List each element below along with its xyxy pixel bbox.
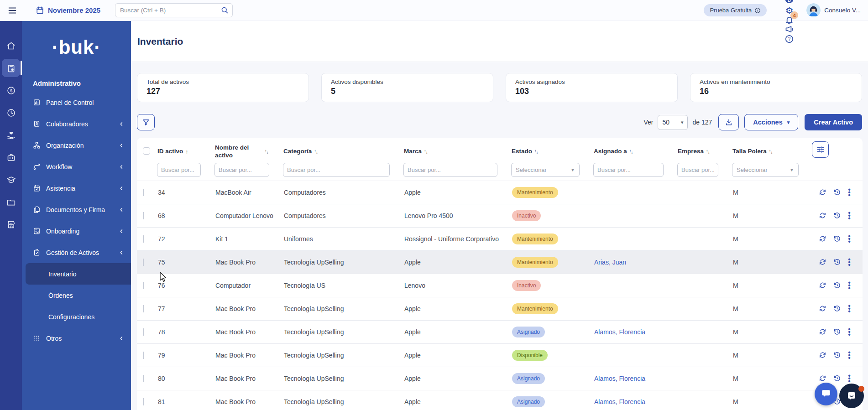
sidebar-item-workflow[interactable]: Workflow <box>22 156 131 177</box>
rail-item-briefcase[interactable] <box>2 148 20 166</box>
sync-icon[interactable] <box>819 235 826 243</box>
history-icon[interactable] <box>833 281 841 289</box>
rail-item-folder[interactable] <box>2 193 20 211</box>
trial-badge[interactable]: Prueba Gratuita <box>704 4 767 16</box>
column-header-marca[interactable]: Marca↑↓ <box>402 148 509 156</box>
sidebar-subitem-inventario[interactable]: Inventario <box>26 263 131 285</box>
rail-item-graduation[interactable] <box>2 171 20 189</box>
table-row-77[interactable]: 77Mac Book ProTecnología UpSellingAppleM… <box>137 297 863 320</box>
sort-icon[interactable]: ↑↓ <box>769 149 773 154</box>
kebab-menu-icon[interactable]: ••• <box>848 212 851 219</box>
history-icon[interactable] <box>833 374 841 382</box>
sort-icon[interactable]: ↑↓ <box>706 149 710 154</box>
column-settings-button[interactable] <box>812 141 829 158</box>
rail-item-home[interactable] <box>2 36 20 55</box>
download-button[interactable] <box>718 114 739 130</box>
filter-input-id-activo[interactable] <box>157 163 201 177</box>
sort-icon[interactable]: ↑↓ <box>314 149 318 154</box>
column-header-talla-polera[interactable]: Talla Polera↑↓ <box>730 148 810 156</box>
help-icon[interactable]: ? <box>784 34 794 44</box>
row-checkbox[interactable] <box>143 375 144 382</box>
assigned-link[interactable]: Alamos, Florencia <box>594 375 645 382</box>
sidebar-item-colaboradores[interactable]: Colaboradores <box>22 113 131 135</box>
filter-input-categoria[interactable] <box>283 163 390 177</box>
kebab-menu-icon[interactable]: ••• <box>848 374 851 382</box>
avatar[interactable] <box>806 3 821 17</box>
rail-item-clock[interactable] <box>2 104 20 122</box>
rail-item-asset-clipboard[interactable] <box>2 59 20 77</box>
row-checkbox[interactable] <box>143 212 144 219</box>
kebab-menu-icon[interactable]: ••• <box>848 305 851 312</box>
sync-icon[interactable] <box>819 351 826 359</box>
history-icon[interactable] <box>833 188 841 196</box>
megaphone-icon[interactable] <box>784 25 794 34</box>
row-checkbox[interactable] <box>143 305 144 312</box>
column-header-asignado-a[interactable]: Asignado a↑↓ <box>591 148 675 156</box>
table-row-80[interactable]: 80Mac Book ProTecnología UpSellingAppleA… <box>137 367 863 390</box>
sidebar-item-asistencia[interactable]: Asistencia <box>22 177 131 199</box>
filter-select-estado[interactable]: Seleccionar▼ <box>511 163 580 177</box>
row-checkbox[interactable] <box>143 282 144 289</box>
table-row-34[interactable]: 34MacBook AirComputadoresAppleMantenimie… <box>137 181 863 204</box>
create-asset-button[interactable]: Crear Activo <box>805 114 862 130</box>
filter-input-empresa[interactable] <box>677 163 718 177</box>
select-all-checkbox[interactable] <box>143 147 150 155</box>
sidebar-item-documentos-y-firma[interactable]: Documentos y Firma <box>22 199 131 220</box>
sidebar-subitem-ordenes[interactable]: Órdenes <box>22 285 131 306</box>
assigned-link[interactable]: Alamos, Florencia <box>594 328 645 336</box>
sidebar-item-otros[interactable]: Otros <box>22 327 131 349</box>
column-header-categoria[interactable]: Categoría↑↓ <box>281 148 402 156</box>
table-row-79[interactable]: 79Mac Book ProTecnología UpSellingAppleD… <box>137 343 863 367</box>
chat-widget-button[interactable] <box>815 383 837 405</box>
assigned-link[interactable]: Alamos, Florencia <box>594 398 645 405</box>
filter-input-asignado-a[interactable] <box>593 163 664 177</box>
sidebar-item-gestion-de-activos[interactable]: Gestión de Activos <box>22 242 131 263</box>
filter-input-marca[interactable] <box>403 163 497 177</box>
row-checkbox[interactable] <box>143 398 144 405</box>
user-name[interactable]: Consuelo V... <box>824 7 861 14</box>
sort-icon[interactable]: ↑↓ <box>534 149 539 154</box>
column-header-estado[interactable]: Estado↑↓ <box>509 148 591 156</box>
assigned-link[interactable]: Arias, Juan <box>594 259 626 266</box>
table-row-81[interactable]: 81Mac Book ProTecnología UpSellingAppleA… <box>137 390 863 410</box>
history-icon[interactable] <box>833 212 841 219</box>
sync-icon[interactable] <box>819 212 826 219</box>
history-icon[interactable] <box>833 351 841 359</box>
search-input[interactable] <box>115 3 233 17</box>
sort-icon[interactable]: ↑↓ <box>265 149 269 154</box>
sync-icon[interactable] <box>819 374 826 382</box>
table-row-75[interactable]: 75Mac Book ProTecnología UpSellingAppleM… <box>137 250 863 274</box>
row-checkbox[interactable] <box>143 235 144 243</box>
table-row-72[interactable]: 72Kit 1UniformesRossignol - Uniforme Cor… <box>137 227 863 250</box>
table-row-76[interactable]: 76ComputadorTecnología USLenovoInactivoM… <box>137 274 863 297</box>
sidebar-item-onboarding[interactable]: Onboarding <box>22 220 131 242</box>
filter-button[interactable] <box>137 114 155 130</box>
rail-item-hand-heart[interactable] <box>2 126 20 144</box>
row-checkbox[interactable] <box>143 328 144 336</box>
filter-select-talla-polera[interactable]: Seleccionar▼ <box>732 163 799 177</box>
kebab-menu-icon[interactable]: ••• <box>848 258 851 266</box>
hamburger-menu-icon[interactable] <box>7 5 17 16</box>
actions-button[interactable]: Acciones ▾ <box>744 114 798 130</box>
eye-icon[interactable] <box>784 0 794 5</box>
sidebar-item-organizacion[interactable]: Organización <box>22 135 131 156</box>
sync-icon[interactable] <box>819 328 826 336</box>
history-icon[interactable] <box>833 305 841 312</box>
sort-icon[interactable]: ↑↓ <box>629 149 633 154</box>
period-selector[interactable]: Noviembre 2025 <box>36 6 100 15</box>
kebab-menu-icon[interactable]: ••• <box>848 235 851 243</box>
kebab-menu-icon[interactable]: ••• <box>848 351 851 359</box>
table-row-68[interactable]: 68Computador LenovoComputadoresLenovo Pr… <box>137 204 863 227</box>
kebab-menu-icon[interactable]: ••• <box>848 281 851 289</box>
rail-item-store[interactable] <box>2 215 20 234</box>
kebab-menu-icon[interactable]: ••• <box>848 328 851 336</box>
filter-input-nombre-del-activo[interactable] <box>214 163 269 177</box>
search-icon[interactable] <box>220 6 229 14</box>
row-checkbox[interactable] <box>143 189 144 196</box>
sidebar-item-panel-de-control[interactable]: Panel de Control <box>22 92 131 113</box>
history-icon[interactable] <box>833 328 841 336</box>
column-header-id-activo[interactable]: ID activo↑ <box>155 148 213 156</box>
sort-asc-icon[interactable]: ↑ <box>185 149 188 155</box>
bell-icon[interactable]: 4 <box>784 15 794 25</box>
sync-icon[interactable] <box>819 188 826 196</box>
